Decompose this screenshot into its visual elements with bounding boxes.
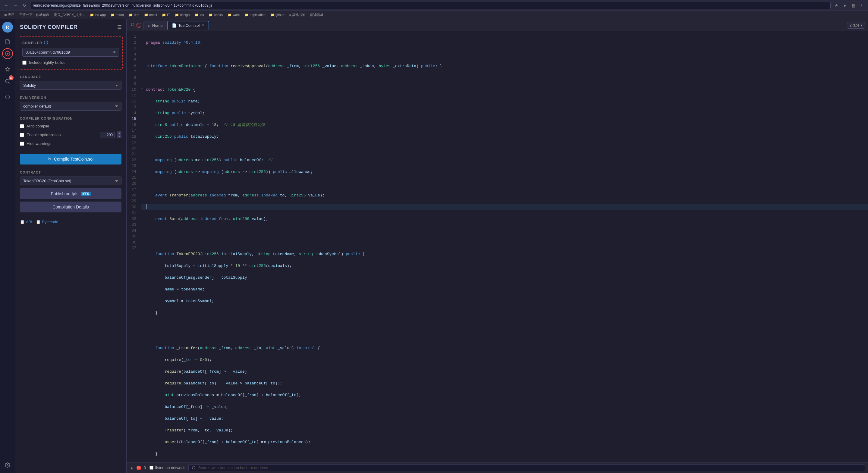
ipfs-badge: IPFS <box>81 192 90 196</box>
extensions-icon[interactable]: ▦ <box>850 2 857 9</box>
tabs-counter[interactable]: 2 tabs ▾ <box>847 22 865 29</box>
bookmark-design[interactable]: 📁 design <box>173 12 191 18</box>
home-tab-label: Home <box>152 23 163 28</box>
optimization-value-input[interactable] <box>100 132 115 138</box>
debug-icon[interactable]: 11 <box>2 76 13 87</box>
code-line-14: event Transfer(address indexed from, add… <box>141 192 868 198</box>
bookmark-more[interactable]: » 其他书签 <box>287 12 307 18</box>
code-area[interactable]: 1 2 3 4 5 6 7 8 9 10 11 12 13 14 15 16 1… <box>127 31 868 462</box>
compiler-icon[interactable] <box>2 48 13 59</box>
code-line-28: require(_to != 0x0); <box>141 357 868 363</box>
status-count: 0 <box>144 466 146 470</box>
bookmark-icon[interactable]: ★ <box>833 2 840 9</box>
editor-area: ⃠ ⌂ Home 📄 TestCoin.sol ✕ 2 tabs ▾ 1 2 3 <box>127 19 868 473</box>
bookmark-work[interactable]: 📁 work <box>226 12 241 18</box>
bookmark-app[interactable]: 📁 application <box>243 12 267 18</box>
status-icons: ▲ ⛔ 0 <box>130 466 146 470</box>
bookmark-ios[interactable]: 📁 ios <box>193 12 206 18</box>
bookmark-github[interactable]: 📁 github <box>269 12 286 18</box>
code-line-17 <box>141 228 868 234</box>
reload-button[interactable]: ↻ <box>21 2 28 9</box>
tab-home[interactable]: ⌂ Home <box>144 21 167 30</box>
bookmark-books[interactable]: 📁 books <box>207 12 224 18</box>
svg-point-3 <box>131 23 134 26</box>
enable-optimization-label: Enable optimization <box>27 132 97 137</box>
code-line-25 <box>141 322 868 328</box>
code-line-34: Transfer(_from, _to, _value); <box>141 428 868 434</box>
code-line-36: } <box>141 451 868 457</box>
code-line-27: ▾ function _transfer(address _from, addr… <box>141 345 868 351</box>
svg-point-1 <box>5 79 9 83</box>
compile-button-label: Compile TestCoin.sol <box>54 157 93 161</box>
copy-icon2: 📋 <box>36 220 41 224</box>
language-select[interactable]: SolidityYul <box>20 81 121 90</box>
stop-icon[interactable]: ⛔ <box>136 466 141 470</box>
bookmark-cybex[interactable]: 赛贝_CYBEX_去中... <box>52 12 87 18</box>
optimization-decrement[interactable]: ▼ <box>117 135 121 138</box>
bookmark-apps[interactable]: ⊞ 应用 <box>2 12 16 18</box>
code-line-21: balanceOf[msg.sender] = totalSupply; <box>141 275 868 281</box>
abi-button[interactable]: 📋 ABI <box>20 220 32 224</box>
bookmark-ico[interactable]: 📁 ico-app <box>88 12 107 18</box>
bookmark-reading[interactable]: 阅读清单 <box>308 12 325 18</box>
bookmark-token[interactable]: 📁 token <box>109 12 126 18</box>
language-section: LANGUAGE SolidityYul <box>15 72 126 93</box>
hide-warnings-checkbox[interactable] <box>20 141 24 146</box>
evm-version-select[interactable]: compiler defaultbyzantiumconstantinoplep… <box>20 102 121 111</box>
code-line-26 <box>141 334 868 340</box>
forward-button[interactable]: → <box>12 2 19 9</box>
sidebar-menu-icon[interactable]: ☰ <box>117 24 122 30</box>
profile-icon[interactable]: ● <box>841 2 848 9</box>
search-icon[interactable] <box>130 21 136 29</box>
compilation-details-button[interactable]: Compilation Details <box>20 201 121 212</box>
status-search-input[interactable] <box>198 466 862 470</box>
optimization-increment[interactable]: ▲ <box>117 131 121 135</box>
code-line-2 <box>141 52 868 58</box>
code-content[interactable]: pragma solidity ^0.4.16; interface token… <box>138 31 868 462</box>
abi-bytecode-row: 📋 ABI 📋 Bytecode <box>15 217 126 226</box>
enable-optimization-checkbox[interactable] <box>20 133 24 137</box>
abi-label: ABI <box>26 220 32 224</box>
nightly-checkbox[interactable] <box>22 61 27 65</box>
code-line-33: balanceOf[_to] += _value; <box>141 416 868 422</box>
compiler-config-section: COMPILER CONFIGURATION Auto compile Enab… <box>15 114 126 150</box>
bookmark-email[interactable]: 📁 email <box>142 12 159 18</box>
files-icon[interactable] <box>2 36 13 47</box>
plugin-icon[interactable] <box>2 92 13 102</box>
status-bar: ▲ ⛔ 0 listen on network <box>127 462 868 473</box>
contract-select[interactable]: TokenERC20 (TestCoin.sol) <box>20 177 121 185</box>
bytecode-button[interactable]: 📋 Bytecode <box>36 220 58 224</box>
tab-testcoin[interactable]: 📄 TestCoin.sol ✕ <box>167 21 209 30</box>
line-numbers: 1 2 3 4 5 6 7 8 9 10 11 12 13 14 15 16 1… <box>127 31 138 462</box>
bookmark-doc[interactable]: 📁 doc <box>127 12 141 18</box>
language-label: LANGUAGE <box>20 75 121 78</box>
compiler-info-icon[interactable]: ⓘ <box>44 40 48 45</box>
bookmark-it[interactable]: 📁 IT <box>160 12 172 18</box>
icon-strip: R 11 <box>0 19 15 473</box>
url-bar[interactable] <box>30 2 831 9</box>
no-icon[interactable]: ⃠ <box>138 21 141 29</box>
copy-icon: 📋 <box>20 220 25 224</box>
auto-compile-checkbox[interactable] <box>20 124 24 128</box>
listen-network-checkbox[interactable] <box>150 466 153 470</box>
settings-icon[interactable] <box>2 460 13 471</box>
code-line-13 <box>141 181 868 187</box>
expand-icon[interactable]: ▲ <box>130 466 134 470</box>
code-line-5: ▾contract TokenERC20 { <box>141 87 868 93</box>
listen-label: listen on network <box>155 466 185 470</box>
svg-point-4 <box>192 466 195 469</box>
bookmark-baidu[interactable]: 百度一下，你就知道 <box>18 12 51 18</box>
tab-close-icon[interactable]: ✕ <box>201 23 204 27</box>
menu-icon[interactable]: ⋮ <box>858 2 865 9</box>
remix-logo[interactable]: R <box>2 22 13 33</box>
code-line-24: } <box>141 310 868 316</box>
editor-toolbar: ⃠ ⌂ Home 📄 TestCoin.sol ✕ 2 tabs ▾ <box>127 19 868 31</box>
contract-label: CONTRACT <box>20 170 121 174</box>
compile-button[interactable]: ↻ Compile TestCoin.sol <box>20 154 121 164</box>
back-button[interactable]: ← <box>3 2 10 9</box>
code-line-9: uint256 public totalSupply; <box>141 134 868 140</box>
evm-label: EVM VERSION <box>20 96 121 99</box>
compiler-version-select[interactable]: 0.4.16+commit.d7661dd9 <box>22 48 119 57</box>
deploy-icon[interactable] <box>2 64 13 75</box>
publish-ipfs-button[interactable]: Publish on Ipfs IPFS <box>20 188 121 199</box>
